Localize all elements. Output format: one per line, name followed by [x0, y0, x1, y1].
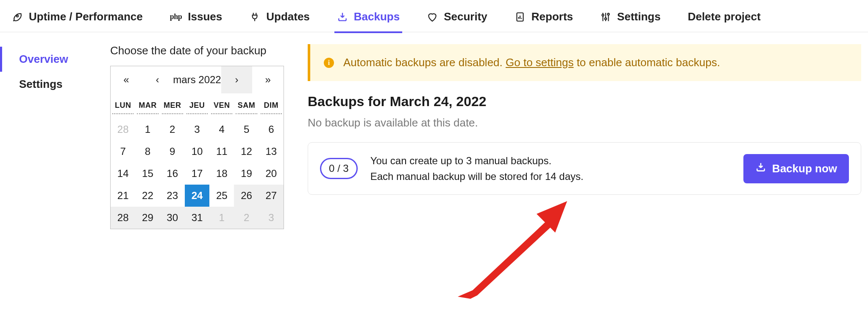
calendar-day[interactable]: 24 — [185, 185, 209, 207]
nav-issues-label: Issues — [188, 10, 222, 23]
calendar-day[interactable]: 30 — [160, 207, 185, 229]
svg-point-3 — [607, 13, 609, 15]
calendar-day[interactable]: 26 — [234, 185, 259, 207]
nav-settings-label: Settings — [617, 10, 661, 23]
calendar-day[interactable]: 5 — [234, 118, 259, 140]
backup-count-pill: 0 / 3 — [320, 158, 358, 179]
svg-marker-5 — [537, 201, 567, 233]
calendar-month-label: mars 2022 — [173, 66, 221, 93]
svg-point-1 — [602, 14, 604, 16]
backup-now-button[interactable]: Backup now — [743, 154, 849, 183]
calendar-title: Choose the date of your backup — [110, 44, 297, 57]
calendar-day[interactable]: 15 — [135, 163, 160, 185]
calendar-day[interactable]: 10 — [185, 140, 209, 163]
nav-uptime-label: Uptime / Performance — [29, 10, 143, 23]
nav-security-label: Security — [444, 10, 487, 23]
calendar-dow: DIM — [261, 93, 282, 114]
top-nav: Uptime / Performance php Issues Updates … — [0, 0, 868, 32]
sliders-icon — [600, 11, 611, 22]
nav-delete-label: Delete project — [688, 10, 761, 23]
alert-settings-link[interactable]: Go to settings — [506, 56, 573, 69]
nav-backups[interactable]: Backups — [337, 10, 400, 33]
calendar-day[interactable]: 13 — [259, 140, 284, 163]
calendar-day[interactable]: 31 — [185, 207, 209, 229]
calendar-day[interactable]: 6 — [259, 118, 284, 140]
calendar-day[interactable]: 2 — [234, 207, 259, 229]
calendar-section: Choose the date of your backup « ‹ mars … — [110, 44, 297, 229]
php-icon: php — [170, 12, 182, 21]
nav-security[interactable]: Security — [427, 10, 487, 33]
calendar-day[interactable]: 25 — [209, 185, 234, 207]
calendar-next-year[interactable]: » — [252, 66, 284, 93]
sidebar: Overview Settings — [0, 44, 110, 229]
calendar-header: « ‹ mars 2022 › » — [111, 66, 284, 93]
calendar-day[interactable]: 28 — [111, 207, 135, 229]
report-icon — [515, 11, 526, 22]
plug-icon — [249, 11, 260, 22]
calendar-day[interactable]: 7 — [111, 140, 135, 163]
sidebar-item-settings[interactable]: Settings — [0, 72, 110, 97]
calendar-day[interactable]: 18 — [209, 163, 234, 185]
calendar-day[interactable]: 14 — [111, 163, 135, 185]
backup-content: i Automatic backups are disabled. Go to … — [297, 44, 861, 229]
calendar-dow: LUN — [112, 93, 134, 114]
calendar-day[interactable]: 16 — [160, 163, 185, 185]
calendar-day[interactable]: 20 — [259, 163, 284, 185]
calendar-day[interactable]: 1 — [209, 207, 234, 229]
calendar-day[interactable]: 3 — [185, 118, 209, 140]
rocket-icon — [12, 11, 23, 22]
calendar-day[interactable]: 27 — [259, 185, 284, 207]
nav-delete-project[interactable]: Delete project — [688, 10, 761, 33]
backup-icon — [755, 162, 766, 176]
svg-marker-4 — [458, 201, 567, 299]
calendar-dow: VEN — [211, 93, 232, 114]
svg-point-2 — [605, 18, 606, 20]
nav-uptime[interactable]: Uptime / Performance — [12, 10, 143, 33]
calendar-day[interactable]: 22 — [135, 185, 160, 207]
calendar-prev-month[interactable]: ‹ — [142, 66, 173, 93]
calendar-day[interactable]: 19 — [234, 163, 259, 185]
empty-state-text: No backup is available at this date. — [308, 116, 861, 129]
nav-updates[interactable]: Updates — [249, 10, 310, 33]
nav-updates-label: Updates — [266, 10, 310, 23]
alert-text: Automatic backups are disabled. Go to se… — [343, 56, 720, 69]
calendar-day[interactable]: 12 — [234, 140, 259, 163]
alert-banner: i Automatic backups are disabled. Go to … — [308, 44, 861, 81]
nav-reports-label: Reports — [531, 10, 573, 23]
calendar: « ‹ mars 2022 › » LUNMARMERJEUVENSAMDIM2… — [110, 66, 284, 229]
calendar-grid: LUNMARMERJEUVENSAMDIM2812345678910111213… — [111, 93, 284, 229]
heart-icon — [427, 11, 438, 22]
info-icon: i — [324, 58, 334, 68]
backup-icon — [337, 11, 348, 22]
calendar-dow: MER — [162, 93, 183, 114]
calendar-day[interactable]: 28 — [111, 118, 135, 140]
calendar-dow: SAM — [236, 93, 257, 114]
calendar-day[interactable]: 1 — [135, 118, 160, 140]
nav-settings[interactable]: Settings — [600, 10, 661, 33]
calendar-day[interactable]: 21 — [111, 185, 135, 207]
calendar-next-month[interactable]: › — [221, 66, 253, 93]
calendar-day[interactable]: 3 — [259, 207, 284, 229]
calendar-dow: JEU — [186, 93, 208, 114]
calendar-day[interactable]: 29 — [135, 207, 160, 229]
sidebar-item-overview[interactable]: Overview — [0, 47, 110, 72]
manual-backup-card: 0 / 3 You can create up to 3 manual back… — [308, 142, 861, 195]
nav-backups-label: Backups — [354, 10, 400, 23]
calendar-day[interactable]: 23 — [160, 185, 185, 207]
nav-reports[interactable]: Reports — [515, 10, 573, 33]
section-title: Backups for March 24, 2022 — [308, 94, 861, 109]
nav-issues[interactable]: php Issues — [170, 10, 223, 33]
calendar-day[interactable]: 2 — [160, 118, 185, 140]
calendar-prev-year[interactable]: « — [111, 66, 142, 93]
calendar-day[interactable]: 4 — [209, 118, 234, 140]
calendar-day[interactable]: 8 — [135, 140, 160, 163]
annotation-arrow — [458, 201, 568, 299]
backup-now-label: Backup now — [772, 162, 837, 175]
calendar-dow: MAR — [137, 93, 158, 114]
calendar-day[interactable]: 17 — [185, 163, 209, 185]
calendar-day[interactable]: 11 — [209, 140, 234, 163]
calendar-day[interactable]: 9 — [160, 140, 185, 163]
card-text: You can create up to 3 manual backups. E… — [370, 153, 731, 184]
